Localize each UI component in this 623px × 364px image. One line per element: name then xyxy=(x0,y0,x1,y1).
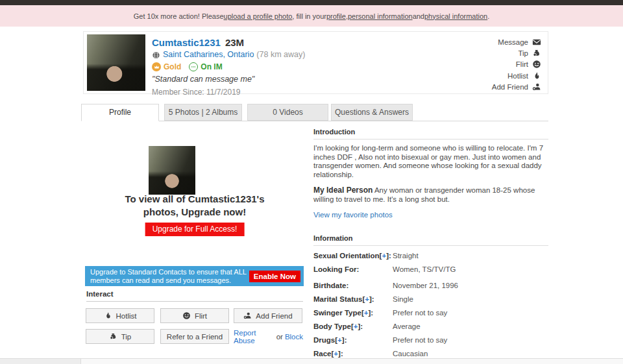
info-value: Average xyxy=(393,322,421,331)
promo-banner: Get 10x more action! Please upload a pro… xyxy=(0,5,623,27)
age-sex: 23M xyxy=(225,37,244,48)
flirt-action[interactable]: Flirt xyxy=(492,59,541,70)
footer-strip xyxy=(0,358,623,364)
ideal-person-label: My Ideal Person xyxy=(313,186,373,195)
profile-summary: Cumtastic123123M Saint Catharines, Ontar… xyxy=(152,37,305,97)
left-column: To view all of Cumtastic1231's photos, U… xyxy=(86,127,303,347)
footer-left-cell xyxy=(0,359,81,364)
expand-marker[interactable]: [+] xyxy=(335,336,344,344)
profile-quote: "Standard can message me" xyxy=(152,75,305,84)
profile-photo[interactable] xyxy=(87,34,145,91)
tip-action[interactable]: Tip xyxy=(492,47,541,58)
tip-button[interactable]: Tip xyxy=(86,329,154,344)
im-status-badge: On IM xyxy=(201,62,222,71)
physical-information-link[interactable]: physical information xyxy=(424,12,487,20)
info-label: Looking For: xyxy=(313,265,393,274)
flame-icon xyxy=(104,311,113,321)
add-friend-icon xyxy=(243,311,252,321)
enable-now-button[interactable]: Enable Now xyxy=(249,271,300,282)
refer-friend-button-label: Refer to a Friend xyxy=(167,333,223,341)
block-link[interactable]: Block xyxy=(285,333,303,341)
info-row: Body Type[+]:Average xyxy=(313,322,548,331)
location-row: Saint Catharines, Ontario (78 km away) xyxy=(152,50,305,59)
upgrade-caption: To view all of Cumtastic1231's photos, U… xyxy=(86,193,303,219)
banner-text: and xyxy=(413,12,424,20)
profile-link[interactable]: profile xyxy=(326,12,346,20)
upgrade-full-access-button[interactable]: Upgrade for Full Access! xyxy=(145,223,245,236)
info-label: Marital Status[+]: xyxy=(313,295,393,304)
profile-header-card: Cumtastic123123M Saint Catharines, Ontar… xyxy=(83,31,548,94)
username-row: Cumtastic123123M xyxy=(152,37,305,48)
report-block-links: Report Abuse or Block xyxy=(234,329,303,344)
expand-marker[interactable]: [+] xyxy=(332,350,341,358)
report-abuse-link[interactable]: Report Abuse xyxy=(234,329,275,345)
flirt-button[interactable]: Flirt xyxy=(160,308,229,323)
hotlist-action[interactable]: Hotlist xyxy=(492,70,541,81)
info-value: Straight xyxy=(393,252,419,260)
info-value: Prefer not to say xyxy=(393,336,447,345)
introduction-text: I'm looking for long-term and someone wh… xyxy=(313,144,548,179)
message-action[interactable]: Message xyxy=(492,36,541,47)
banner-text: . xyxy=(487,12,489,20)
tip-button-label: Tip xyxy=(121,333,132,341)
tab-photos-albums[interactable]: 5 Photos | 2 Albums xyxy=(164,104,242,121)
hotlist-label: Hotlist xyxy=(507,72,528,80)
add-friend-button-label: Add Friend xyxy=(256,312,292,320)
interact-heading: Interact xyxy=(86,290,303,302)
info-row: Birthdate:November 21, 1996 xyxy=(313,282,548,290)
profile-actions: Message Tip Flirt Hotlist Add Friend xyxy=(492,36,541,93)
info-label: Body Type[+]: xyxy=(313,322,393,331)
info-row: Drugs[+]:Prefer not to say xyxy=(313,336,548,345)
money-bag-icon xyxy=(109,332,118,341)
tab-profile[interactable]: Profile xyxy=(81,104,159,121)
favorite-photos-link[interactable]: View my favorite photos xyxy=(313,211,548,219)
wink-smiley-icon xyxy=(182,311,191,321)
info-value: Caucasian xyxy=(393,350,428,358)
information-heading: Information xyxy=(313,234,548,246)
flirt-button-label: Flirt xyxy=(195,312,207,320)
window-top-bar xyxy=(0,0,623,5)
introduction-heading: Introduction xyxy=(313,128,548,140)
info-value: Women, TS/TV/TG xyxy=(393,265,456,274)
personal-information-link[interactable]: personal information xyxy=(348,12,413,20)
tab-questions-answers[interactable]: Questions & Answers xyxy=(331,104,413,121)
info-value: November 21, 1996 xyxy=(393,282,458,290)
info-value: Prefer not to say xyxy=(393,309,447,317)
im-chat-icon xyxy=(189,62,198,71)
expand-marker[interactable]: [+] xyxy=(362,295,371,303)
location-link[interactable]: Saint Catharines, Ontario xyxy=(163,50,254,59)
wink-smiley-icon xyxy=(532,60,541,69)
flame-icon xyxy=(532,71,541,80)
membership-badge: Gold xyxy=(164,62,181,71)
or-text: or xyxy=(276,333,283,341)
standard-contacts-notice: Upgrade to Standard Contacts to ensure t… xyxy=(85,266,304,286)
info-label: Swinger Type[+]: xyxy=(313,309,393,317)
add-friend-action[interactable]: Add Friend xyxy=(492,82,541,93)
envelope-icon xyxy=(532,38,541,47)
status-badges-row: Gold On IM xyxy=(152,62,305,71)
banner-text: , fill in your xyxy=(292,12,326,20)
expand-marker[interactable]: [+] xyxy=(361,309,371,317)
expand-marker[interactable]: [+] xyxy=(380,252,389,260)
upload-photo-link[interactable]: upload a profile photo xyxy=(224,12,293,20)
add-friend-button[interactable]: Add Friend xyxy=(234,308,302,323)
username-link[interactable]: Cumtastic1231 xyxy=(152,37,221,48)
hotlist-button-label: Hotlist xyxy=(116,312,137,320)
expand-marker[interactable]: [+] xyxy=(351,322,360,330)
hotlist-button[interactable]: Hotlist xyxy=(86,308,154,323)
tip-label: Tip xyxy=(518,49,528,57)
information-rows: Sexual Orientation[+]:StraightLooking Fo… xyxy=(313,252,548,364)
money-bag-icon xyxy=(532,49,541,58)
locked-photo-thumbnail[interactable] xyxy=(149,146,195,195)
refer-friend-button[interactable]: Refer to a Friend xyxy=(160,329,229,344)
tab-videos[interactable]: 0 Videos xyxy=(247,104,328,121)
right-column: Introduction I'm looking for long-term a… xyxy=(313,128,548,364)
flirt-label: Flirt xyxy=(516,60,528,68)
info-row: Swinger Type[+]:Prefer not to say xyxy=(313,309,548,317)
info-label: Birthdate: xyxy=(313,282,393,290)
globe-icon xyxy=(152,51,160,59)
profile-tabs: Profile 5 Photos | 2 Albums 0 Videos Que… xyxy=(83,104,548,121)
banner-text: Get 10x more action! Please xyxy=(134,12,224,20)
ideal-person-text: My Ideal Person Any woman or transgender… xyxy=(313,186,548,204)
message-label: Message xyxy=(498,38,528,46)
